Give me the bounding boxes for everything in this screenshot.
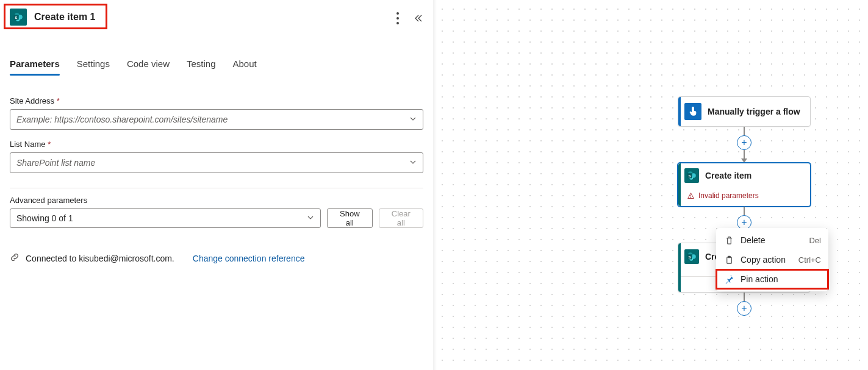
more-options-button[interactable]	[396, 12, 399, 24]
pin-icon	[723, 275, 734, 284]
touch-icon	[684, 103, 701, 120]
link-icon	[10, 252, 20, 264]
menu-item-pin[interactable]: Pin action	[716, 269, 828, 289]
advanced-select-text: Showing 0 of 1	[16, 213, 73, 223]
show-all-button[interactable]: Show all	[327, 208, 373, 228]
advanced-parameters-label: Advanced parameters	[10, 196, 423, 205]
panel-shadow	[433, 0, 437, 370]
flow-canvas[interactable]: Manually trigger a flow + S Create item …	[433, 0, 868, 370]
sharepoint-icon: S	[684, 249, 699, 264]
svg-rect-17	[726, 257, 731, 263]
field-site-address: Site Address *	[10, 96, 423, 130]
svg-text:S: S	[689, 174, 691, 178]
arrow-down-icon	[741, 158, 747, 163]
menu-item-copy[interactable]: Copy action Ctrl+C	[716, 250, 828, 269]
list-name-input[interactable]	[16, 158, 409, 168]
menu-delete-label: Delete	[741, 235, 765, 245]
node-trigger[interactable]: Manually trigger a flow	[678, 96, 811, 127]
chevron-down-icon[interactable]	[409, 114, 417, 125]
parameters-form: Site Address * List Name * Advanced para…	[10, 96, 423, 264]
panel-title: Create item 1	[34, 12, 96, 23]
node-create-item-title: Create item	[705, 170, 751, 181]
node-trigger-title: Manually trigger a flow	[708, 106, 800, 117]
svg-point-11	[690, 197, 691, 197]
sharepoint-icon: S	[684, 168, 699, 183]
clipboard-icon	[723, 255, 734, 265]
change-connection-link[interactable]: Change connection reference	[193, 254, 305, 263]
add-step-button[interactable]: +	[737, 135, 751, 150]
panel-tabs: Parameters Settings Code view Testing Ab…	[10, 55, 423, 74]
context-menu: Delete Del Copy action Ctrl+C Pin action	[716, 228, 828, 291]
menu-pin-label: Pin action	[741, 274, 778, 284]
node-create-item[interactable]: S Create item Invalid parameters	[678, 163, 811, 207]
divider	[10, 188, 423, 188]
field-list-name: List Name *	[10, 140, 423, 173]
connector	[744, 150, 745, 158]
tab-about[interactable]: About	[233, 55, 257, 74]
list-name-label: List Name *	[10, 140, 423, 149]
properties-panel: S Create item 1 Parameters Settings Code…	[0, 0, 433, 370]
site-address-combo[interactable]	[10, 109, 423, 130]
invalid-parameters-warning: Invalid parameters	[684, 189, 804, 202]
connector	[744, 127, 745, 135]
advanced-row: Showing 0 of 1 Show all Clear all	[10, 208, 423, 228]
menu-delete-shortcut: Del	[809, 236, 821, 245]
connected-to-text: Connected to kisubedi@microsoft.com.	[26, 254, 174, 263]
tab-code-view[interactable]: Code view	[127, 55, 170, 74]
collapse-panel-button[interactable]	[414, 13, 423, 23]
chevron-down-icon	[307, 213, 314, 223]
menu-item-delete[interactable]: Delete Del	[716, 230, 828, 250]
svg-text:S: S	[15, 16, 18, 20]
tab-settings[interactable]: Settings	[77, 55, 110, 74]
clear-all-button: Clear all	[379, 208, 423, 228]
site-address-label: Site Address *	[10, 96, 423, 105]
sharepoint-icon: S	[10, 9, 27, 26]
add-step-button[interactable]: +	[737, 301, 751, 316]
menu-copy-label: Copy action	[741, 255, 786, 265]
svg-text:S: S	[689, 255, 691, 259]
connector	[744, 293, 745, 301]
trash-icon	[723, 236, 734, 245]
panel-header: S Create item 1	[10, 9, 423, 26]
tab-testing[interactable]: Testing	[187, 55, 216, 74]
list-name-combo[interactable]	[10, 152, 423, 173]
tab-parameters[interactable]: Parameters	[10, 55, 60, 74]
connector	[744, 207, 745, 215]
site-address-input[interactable]	[16, 115, 409, 124]
chevron-down-icon[interactable]	[409, 157, 417, 168]
menu-copy-shortcut: Ctrl+C	[798, 255, 821, 265]
advanced-select[interactable]: Showing 0 of 1	[10, 208, 321, 228]
connection-row: Connected to kisubedi@microsoft.com. Cha…	[10, 252, 423, 264]
